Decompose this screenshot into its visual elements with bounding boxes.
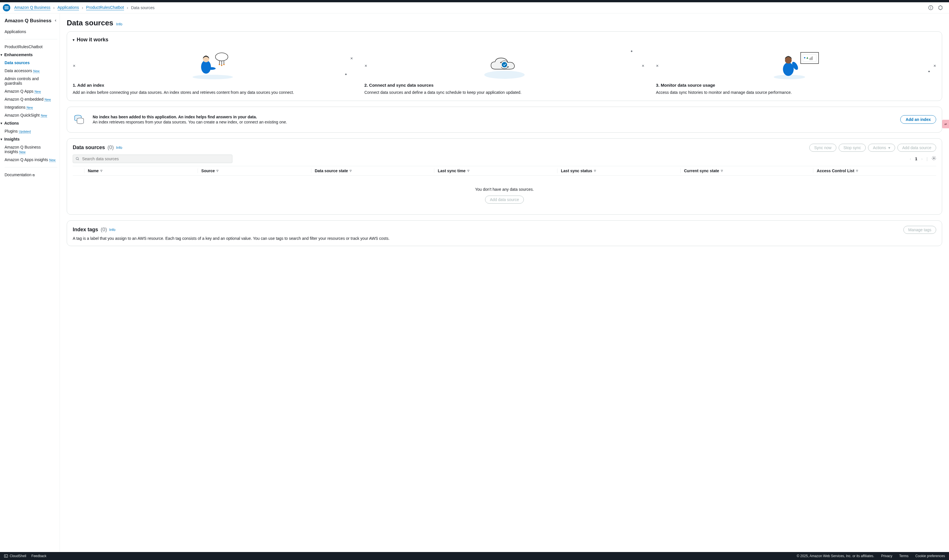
sidebar-item-amazon-q-apps[interactable]: Amazon Q AppsNew — [5, 87, 57, 95]
data-sources-heading: Data sources (0) — [73, 145, 114, 151]
svg-point-4 — [193, 75, 233, 79]
hiw-step-2-title: 2. Connect and sync data sources — [365, 83, 645, 88]
svg-point-32 — [76, 157, 78, 159]
breadcrumb-app-name[interactable]: ProductRulesChatbot — [86, 5, 124, 10]
main-content: Data sources Info How it works ✕ ✕ ✦ — [60, 14, 949, 552]
chevron-right-icon: › — [127, 5, 128, 10]
add-index-button[interactable]: Add an index — [900, 115, 936, 124]
breadcrumb: Amazon Q Business › Applications › Produ… — [14, 5, 928, 10]
sidebar-item-integrations[interactable]: IntegrationsNew — [5, 103, 57, 111]
svg-line-33 — [78, 159, 79, 160]
svg-rect-29 — [812, 57, 812, 60]
empty-message: You don't have any data sources. — [73, 187, 936, 192]
th-last-sync-time[interactable]: Last sync time▽ — [434, 169, 557, 173]
data-sources-panel: Data sources (0) Info Sync now Stop sync… — [67, 138, 942, 215]
sidebar-item-qa-insights[interactable]: Amazon Q Apps insightsNew — [5, 156, 57, 164]
th-acl[interactable]: Access Control List▽ — [813, 169, 936, 173]
prev-page-button[interactable]: ‹ — [910, 157, 911, 161]
sidebar-item-quicksight[interactable]: Amazon QuickSightNew — [5, 111, 57, 119]
sidebar-app-name[interactable]: ProductRulesChatbot — [5, 43, 57, 51]
sidebar-applications[interactable]: Applications — [5, 28, 57, 35]
external-link-icon: ⧉ — [32, 173, 35, 177]
hiw-step-2: ✕ ✕ ✦ 2. — [365, 48, 645, 95]
breadcrumb-bar: Amazon Q Business › Applications › Produ… — [0, 2, 949, 14]
th-state[interactable]: Data source state▽ — [311, 169, 434, 173]
svg-rect-27 — [809, 58, 810, 60]
hiw-step-1-title: 1. Add an index — [73, 83, 353, 88]
page-title: Data sources — [67, 18, 113, 28]
sidebar-item-admin-controls[interactable]: Admin controls and guardrails — [5, 75, 57, 87]
index-tags-description: A tag is a label that you assign to an A… — [73, 236, 936, 241]
hiw-illustration-3: ✕ ✕ ✦ — [656, 48, 936, 79]
hiw-illustration-1: ✕ ✕ ✦ — [73, 48, 353, 79]
sidebar-item-plugins[interactable]: PluginsUpdated — [5, 127, 57, 135]
svg-point-12 — [219, 64, 220, 65]
svg-point-8 — [215, 53, 228, 61]
svg-point-14 — [223, 64, 225, 65]
svg-point-20 — [783, 62, 794, 76]
index-tags-panel: Index tags (0) Info Manage tags A tag is… — [67, 220, 942, 246]
sync-now-button[interactable]: Sync now — [809, 144, 836, 152]
sidebar-section-actions[interactable]: Actions — [5, 119, 57, 127]
collapse-sidebar-icon[interactable] — [54, 18, 57, 23]
search-data-sources-input[interactable] — [73, 155, 232, 163]
actions-dropdown-button[interactable]: Actions ▾ — [868, 144, 895, 152]
sidebar-section-insights[interactable]: Insights — [5, 135, 57, 143]
sidebar-item-qb-insights[interactable]: Amazon Q Business insightsNew — [5, 143, 57, 156]
how-it-works-toggle[interactable]: How it works — [73, 37, 936, 43]
svg-point-34 — [933, 158, 934, 159]
empty-add-data-source-button[interactable]: Add data source — [485, 195, 524, 203]
th-current-sync-state[interactable]: Current sync state▽ — [680, 169, 813, 173]
breadcrumb-root[interactable]: Amazon Q Business — [14, 5, 51, 10]
chevron-right-icon: › — [82, 5, 83, 10]
hiw-step-3: ✕ ✕ ✦ — [656, 48, 936, 95]
next-page-button[interactable]: › — [921, 157, 923, 161]
info-icon[interactable] — [928, 5, 934, 11]
sidebar-item-data-sources[interactable]: Data sources — [5, 59, 57, 67]
hiw-step-1: ✕ ✕ ✦ — [73, 48, 353, 95]
page-number: 1 — [915, 157, 917, 161]
th-name[interactable]: Name▽ — [84, 169, 198, 173]
manage-tags-button[interactable]: Manage tags — [903, 226, 936, 234]
breadcrumb-current: Data sources — [131, 5, 154, 10]
breadcrumb-applications[interactable]: Applications — [58, 5, 79, 10]
no-index-alert: No index has been added to this applicat… — [67, 107, 942, 132]
svg-point-15 — [484, 71, 524, 79]
hiw-illustration-2: ✕ ✕ ✦ — [365, 48, 645, 79]
sidebar-item-amazon-q-embedded[interactable]: Amazon Q embeddedNew — [5, 95, 57, 103]
index-tags-info-link[interactable]: Info — [109, 228, 115, 232]
table-header: Name▽ Source▽ Data source state▽ Last sy… — [73, 166, 936, 175]
hiw-step-1-body: Add an index before connecting your data… — [73, 90, 353, 95]
how-it-works-panel: How it works ✕ ✕ ✦ — [67, 31, 942, 101]
table-settings-button[interactable] — [932, 156, 936, 162]
hiw-step-2-body: Connect data sources and define a data s… — [365, 90, 645, 95]
alert-title: No index has been added to this applicat… — [93, 115, 895, 119]
th-source[interactable]: Source▽ — [198, 169, 311, 173]
search-icon — [75, 157, 80, 161]
hiw-step-3-title: 3. Monitor data source usage — [656, 83, 936, 88]
diagnostic-icon[interactable] — [938, 5, 943, 11]
page-info-link[interactable]: Info — [116, 22, 122, 26]
svg-point-13 — [221, 65, 222, 66]
hiw-step-3-body: Access data sync histories to monitor an… — [656, 90, 936, 95]
chevron-right-icon: › — [53, 5, 55, 10]
hamburger-menu-button[interactable] — [3, 4, 10, 11]
svg-rect-28 — [811, 57, 811, 60]
empty-state: You don't have any data sources. Add dat… — [73, 175, 936, 209]
sidebar: Amazon Q Business Applications ProductRu… — [0, 14, 60, 552]
data-sources-info-link[interactable]: Info — [116, 145, 122, 150]
th-last-sync-status[interactable]: Last sync status▽ — [557, 169, 680, 173]
alert-body: An index retrieves responses from your d… — [93, 120, 895, 124]
add-data-source-button[interactable]: Add data source — [897, 144, 936, 152]
svg-point-16 — [502, 62, 507, 68]
side-feedback-tab[interactable]: ⇄ — [942, 120, 949, 128]
svg-point-25 — [804, 57, 805, 58]
stop-sync-button[interactable]: Stop sync — [839, 144, 866, 152]
sidebar-section-enhancements[interactable]: Enhancements — [5, 51, 57, 59]
sidebar-documentation[interactable]: Documentation⧉ — [5, 171, 57, 179]
svg-point-7 — [208, 67, 215, 70]
svg-marker-3 — [939, 6, 942, 10]
index-tags-heading: Index tags (0) — [73, 227, 107, 233]
sidebar-item-data-accessors[interactable]: Data accessorsNew — [5, 67, 57, 75]
top-dark-bar — [0, 0, 949, 2]
